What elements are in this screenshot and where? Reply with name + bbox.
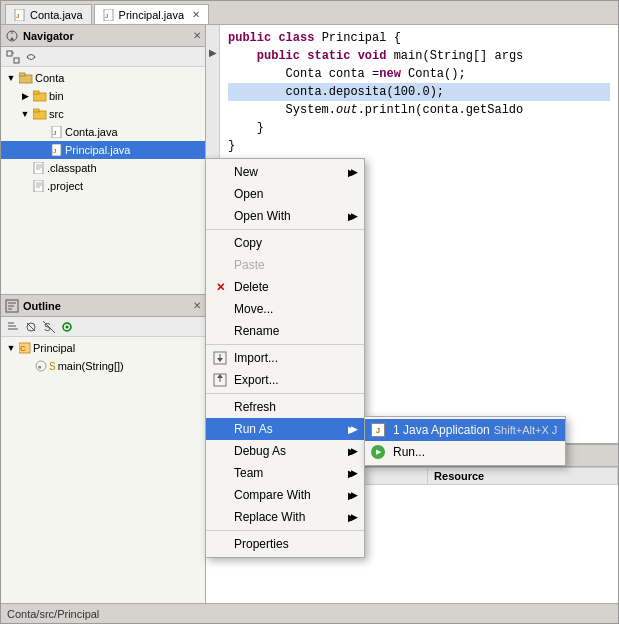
tree-label-classpath: .classpath — [47, 162, 97, 174]
status-bar: Conta/src/Principal — [1, 603, 618, 623]
tree-item-src[interactable]: ▼ src — [1, 105, 205, 123]
col-resource: Resource — [428, 468, 618, 485]
svg-rect-20 — [34, 162, 43, 174]
code-line-3: Conta conta = new Conta(); — [228, 65, 610, 83]
toggle-src[interactable]: ▼ — [19, 109, 31, 119]
green-run-icon — [371, 445, 385, 459]
menu-item-run-as[interactable]: Run As ▶ — [206, 418, 364, 440]
tree-item-conta-java[interactable]: ▶ J Conta.java — [1, 123, 205, 141]
collapse-all-btn[interactable] — [5, 49, 21, 65]
gutter-line-6 — [206, 115, 219, 133]
tree-item-classpath[interactable]: ▶ .classpath — [1, 159, 205, 177]
java-run-icon: J — [371, 423, 385, 437]
menu-arrow-compare-with: ▶ — [348, 490, 356, 501]
svg-rect-8 — [14, 58, 19, 63]
svg-text:●: ● — [38, 363, 42, 370]
tree-item-principal-java[interactable]: ▶ J Principal.java — [1, 141, 205, 159]
outline-header: Outline ✕ — [1, 295, 205, 317]
editor-tab-bar: J Conta.java J Principal.java ✕ — [1, 1, 618, 25]
menu-sep-2 — [206, 344, 364, 345]
outline-item-principal[interactable]: ▼ C Principal — [1, 339, 205, 357]
gutter-line-3 — [206, 61, 219, 79]
hide-static-btn[interactable]: S — [41, 319, 57, 335]
menu-sep-4 — [206, 530, 364, 531]
menu-sep-3 — [206, 393, 364, 394]
svg-rect-24 — [34, 180, 43, 192]
menu-item-replace-with[interactable]: Replace With ▶ — [206, 506, 364, 528]
gutter-line-1 — [206, 25, 219, 43]
menu-item-debug-as[interactable]: Debug As ▶ — [206, 440, 364, 462]
tree-item-project[interactable]: ▶ .project — [1, 177, 205, 195]
left-panel: Navigator ✕ ▼ Conta — [1, 25, 206, 603]
delete-icon: ✕ — [212, 279, 228, 295]
tab-principal-java[interactable]: J Principal.java ✕ — [94, 4, 209, 24]
link-editor-btn[interactable] — [23, 49, 39, 65]
gutter-line-2: ▶ — [206, 43, 219, 61]
sort-btn[interactable] — [5, 319, 21, 335]
navigator-close[interactable]: ✕ — [193, 30, 201, 41]
hide-fields-btn[interactable] — [23, 319, 39, 335]
toggle-conta[interactable]: ▼ — [5, 73, 17, 83]
menu-item-move[interactable]: Move... — [206, 298, 364, 320]
submenu-item-run-dots[interactable]: Run... — [365, 441, 565, 463]
svg-text:J: J — [53, 130, 56, 136]
svg-rect-11 — [19, 73, 25, 76]
outline-icon — [5, 299, 19, 313]
code-line-7: } — [228, 137, 610, 155]
tab-conta-java[interactable]: J Conta.java — [5, 4, 92, 24]
menu-item-run-as-container: Run As ▶ J 1 Java Application Shift+Alt+… — [206, 418, 364, 440]
svg-text:J: J — [16, 13, 19, 19]
svg-marker-47 — [217, 358, 223, 362]
tab-close-icon[interactable]: ✕ — [192, 9, 200, 20]
tab-principal-label: Principal.java — [119, 9, 184, 21]
status-text: Conta/src/Principal — [7, 608, 99, 620]
java-file-icon: J — [14, 9, 26, 21]
java-file-icon-2: J — [103, 9, 115, 21]
menu-arrow-team: ▶ — [348, 468, 356, 479]
svg-rect-7 — [7, 51, 12, 56]
java-principal-icon: J — [51, 144, 63, 156]
outline-label-principal: Principal — [33, 342, 75, 354]
gutter-line-5 — [206, 97, 219, 115]
menu-item-delete[interactable]: ✕ Delete — [206, 276, 364, 298]
menu-item-open[interactable]: Open — [206, 183, 364, 205]
toggle-bin[interactable]: ▶ — [19, 91, 31, 101]
outline-close[interactable]: ✕ — [193, 300, 201, 311]
menu-item-rename[interactable]: Rename — [206, 320, 364, 342]
submenu-item-java-app[interactable]: J 1 Java Application Shift+Alt+X J — [365, 419, 565, 441]
menu-item-refresh[interactable]: Refresh — [206, 396, 364, 418]
svg-marker-50 — [217, 374, 223, 378]
tab-conta-label: Conta.java — [30, 9, 83, 21]
tree-label-project: .project — [47, 180, 83, 192]
outline-item-main[interactable]: ▶ ● S main(String[]) — [1, 357, 205, 375]
menu-arrow-run-as: ▶ — [348, 424, 356, 435]
gutter-line-7 — [206, 133, 219, 151]
code-line-2: public static void main(String[] args — [228, 47, 610, 65]
menu-arrow-open-with: ▶ — [348, 211, 356, 222]
menu-item-compare-with[interactable]: Compare With ▶ — [206, 484, 364, 506]
menu-item-properties[interactable]: Properties — [206, 533, 364, 555]
menu-item-import[interactable]: Import... — [206, 347, 364, 369]
menu-item-new[interactable]: New ▶ — [206, 161, 364, 183]
tree-label-conta-java: Conta.java — [65, 126, 118, 138]
menu-item-copy[interactable]: Copy — [206, 232, 364, 254]
svg-text:J: J — [53, 148, 56, 154]
method-icon: ● — [35, 360, 47, 372]
shortcut-java-app: Shift+Alt+X J — [494, 424, 558, 436]
sync-btn[interactable] — [59, 319, 75, 335]
project-file-icon — [33, 180, 45, 192]
navigator-toolbar — [1, 47, 205, 67]
menu-item-export[interactable]: Export... — [206, 369, 364, 391]
menu-item-paste[interactable]: Paste — [206, 254, 364, 276]
tree-item-conta[interactable]: ▼ Conta — [1, 69, 205, 87]
code-line-6: } — [228, 119, 610, 137]
svg-text:J: J — [105, 13, 108, 19]
tree-item-bin[interactable]: ▶ bin — [1, 87, 205, 105]
code-line-1: public class Principal { — [228, 29, 610, 47]
navigator-tree: ▼ Conta ▶ bin ▼ src — [1, 67, 205, 294]
run-as-submenu: J 1 Java Application Shift+Alt+X J Run..… — [364, 416, 566, 466]
menu-item-open-with[interactable]: Open With ▶ — [206, 205, 364, 227]
svg-rect-15 — [33, 109, 39, 112]
menu-item-team[interactable]: Team ▶ — [206, 462, 364, 484]
folder-bin-icon — [33, 90, 47, 102]
